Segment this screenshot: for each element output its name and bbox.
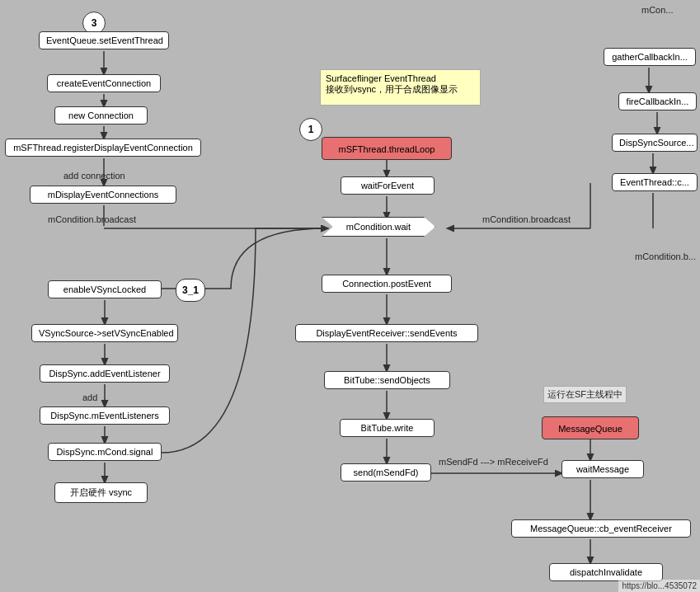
- node-fire-callback: fireCallbackIn...: [618, 92, 697, 110]
- label-add-connection: add connection: [63, 171, 125, 181]
- node-disp-sync-add-listener: DispSync.addEventListener: [40, 364, 170, 383]
- node-new-connection: new Connection: [54, 106, 148, 125]
- node-vsync-source-set: VSyncSource->setVSyncEnabled: [31, 324, 178, 342]
- node-event-queue-set: EventQueue.setEventThread: [39, 31, 169, 49]
- label-sf-main-thread: 运行在SF主线程中: [543, 386, 627, 403]
- node-register-display: mSFThread.registerDisplayEventConnection: [5, 139, 201, 157]
- badge-3-1: 3_1: [176, 279, 205, 302]
- node-gather-callback: gatherCallbackIn...: [604, 48, 696, 66]
- diagram-canvas: 3 1 3_1 Surfaceflinger EventThread接收到vsy…: [0, 0, 700, 592]
- node-mevent-listeners: DispSync.mEventListeners: [40, 406, 170, 425]
- badge-1: 1: [299, 118, 322, 141]
- label-mcond-right-side: mCondition.b...: [635, 251, 696, 261]
- label-mcond-broadcast-right: mCondition.broadcast: [482, 214, 571, 224]
- node-mcond-wait: mCondition.wait: [322, 217, 435, 237]
- node-send-msendfd: send(mSendFd): [341, 463, 431, 482]
- node-event-thread-c: EventThread::c...: [612, 173, 698, 191]
- node-disp-sync-cond: DispSync.mCond.signal: [48, 443, 162, 461]
- node-display-event-send: DisplayEventReceiver::sendEvents: [295, 324, 478, 342]
- node-enable-vsync-locked: enableVSyncLocked: [48, 280, 162, 298]
- label-add: add: [82, 392, 97, 402]
- node-disp-sync-source: DispSyncSource...: [612, 134, 698, 152]
- node-connection-post-event: Connection.postEvent: [322, 275, 452, 293]
- node-wait-message: waitMessage: [561, 460, 644, 478]
- node-msf-thread-loop: mSFThread.threadLoop: [322, 137, 452, 160]
- node-cb-event-receiver: MessageQueue::cb_eventReceiver: [511, 519, 691, 538]
- node-wait-for-event: waitForEvent: [341, 176, 435, 195]
- label-msendfd-arrow: mSendFd ---> mReceiveFd: [439, 457, 548, 467]
- label-mcond-broadcast-left: mCondition.broadcast: [48, 214, 136, 224]
- node-enable-hw-vsync: 开启硬件 vsync: [54, 482, 148, 503]
- node-create-event-conn: createEventConnection: [47, 74, 161, 92]
- label-mcond-top-right: mCon...: [641, 5, 674, 15]
- node-bittube-write: BitTube.write: [340, 419, 435, 437]
- node-bittube-send-objects: BitTube::sendObjects: [324, 371, 450, 389]
- node-mdisplay-event-conn: mDisplayEventConnections: [30, 186, 176, 204]
- note-surfaceflinger: Surfaceflinger EventThread接收到vsync，用于合成图…: [320, 69, 481, 106]
- node-message-queue: MessageQueue: [542, 416, 639, 439]
- node-dispatch-invalidate: dispatchInvalidate: [549, 563, 663, 581]
- url-bar: https://blo...4535072: [618, 580, 700, 592]
